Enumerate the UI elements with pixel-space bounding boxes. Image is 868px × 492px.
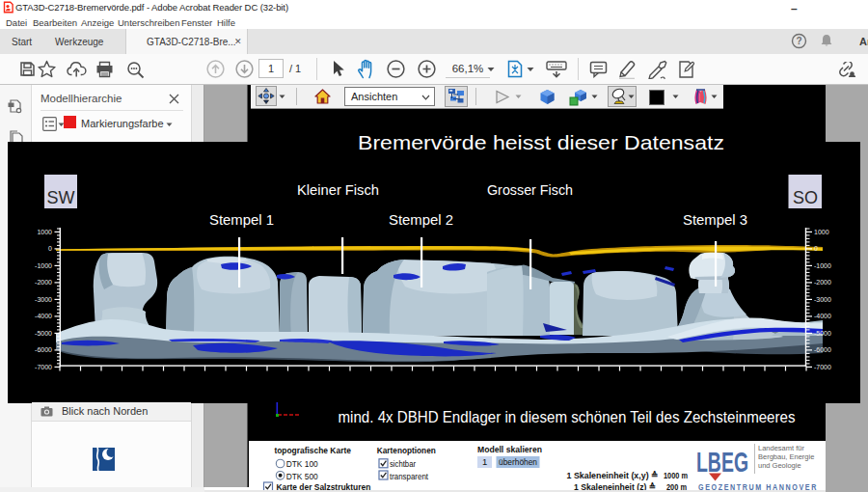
svg-text:1 Skaleneinheit (z) ≙: 1 Skaleneinheit (z) ≙ xyxy=(574,481,656,491)
svg-text:-5000: -5000 xyxy=(814,330,831,337)
svg-text:Bremervörde heisst dieser Date: Bremervörde heisst dieser Datensatz xyxy=(358,131,724,153)
svg-text:Karte der Salzstrukturen: Karte der Salzstrukturen xyxy=(276,481,370,491)
svg-text:überhöhen: überhöhen xyxy=(499,456,537,467)
svg-text:mind. 4x DBHD Endlager in dies: mind. 4x DBHD Endlager in diesem schönen… xyxy=(339,408,796,426)
svg-text:1 Skaleneinheit (x,y) ≙: 1 Skaleneinheit (x,y) ≙ xyxy=(567,470,659,480)
svg-text:1000: 1000 xyxy=(37,229,52,235)
svg-text:Stempel 3: Stempel 3 xyxy=(683,212,747,228)
svg-text:200 m: 200 m xyxy=(666,481,687,491)
svg-text:-7000: -7000 xyxy=(814,364,831,370)
svg-text:LBEG: LBEG xyxy=(696,446,748,478)
svg-text:SW: SW xyxy=(47,188,75,207)
svg-text:-7000: -7000 xyxy=(35,364,52,370)
svg-text:-2000: -2000 xyxy=(35,279,52,286)
svg-text:-1000: -1000 xyxy=(814,262,831,269)
svg-text:transparent: transparent xyxy=(390,470,428,480)
svg-text:?: ? xyxy=(796,36,801,46)
svg-text:DTK 500: DTK 500 xyxy=(286,470,318,480)
svg-text:-4000: -4000 xyxy=(814,313,831,319)
svg-text:Landesamt für: Landesamt für xyxy=(758,443,804,451)
svg-text:-5000: -5000 xyxy=(35,330,52,337)
svg-text:Kartenoptionen: Kartenoptionen xyxy=(377,444,436,454)
svg-text:Bergbau, Energie: Bergbau, Energie xyxy=(758,451,814,460)
svg-text:Grosser Fisch: Grosser Fisch xyxy=(487,182,573,198)
svg-text:-3000: -3000 xyxy=(814,296,831,303)
svg-text:1: 1 xyxy=(482,456,487,467)
svg-text:SO: SO xyxy=(793,188,818,207)
svg-text:-6000: -6000 xyxy=(35,346,52,353)
svg-text:0: 0 xyxy=(814,245,818,252)
svg-text:1000 m: 1000 m xyxy=(664,470,688,480)
svg-text:sichtbar: sichtbar xyxy=(390,458,416,469)
svg-text:und Geologie: und Geologie xyxy=(758,460,801,469)
svg-text:-1000: -1000 xyxy=(35,262,52,269)
svg-text:Modell skalieren: Modell skalieren xyxy=(477,444,542,454)
svg-text:-2000: -2000 xyxy=(814,279,831,286)
svg-text:0: 0 xyxy=(48,245,52,252)
svg-text:topografische Karte: topografische Karte xyxy=(274,444,351,454)
svg-text:DTK 100: DTK 100 xyxy=(286,458,318,469)
svg-text:Stempel 2: Stempel 2 xyxy=(389,212,453,228)
svg-text:-4000: -4000 xyxy=(35,313,52,319)
svg-text:-3000: -3000 xyxy=(35,296,52,303)
svg-text:-6000: -6000 xyxy=(814,346,831,353)
svg-text:1000: 1000 xyxy=(814,229,829,235)
svg-text:Kleiner Fisch: Kleiner Fisch xyxy=(297,182,379,198)
svg-text:Stempel 1: Stempel 1 xyxy=(209,212,274,228)
